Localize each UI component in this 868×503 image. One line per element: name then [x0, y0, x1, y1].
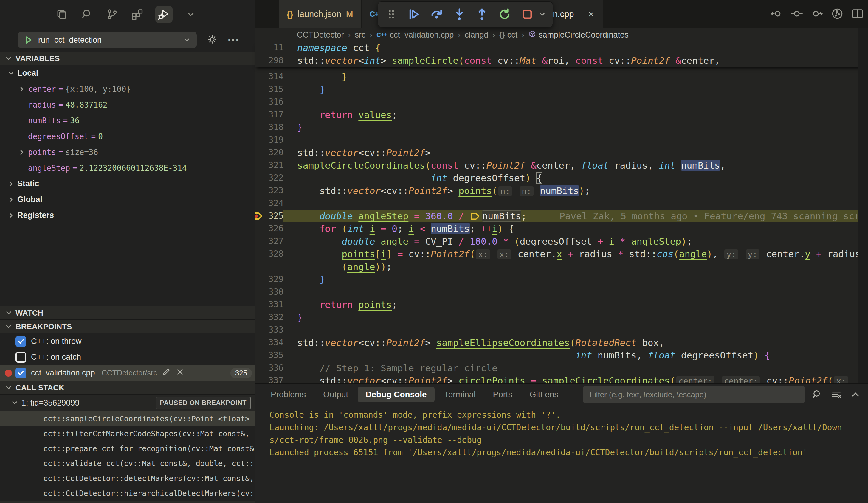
code-line[interactable]: 328 points[i] = cv::Point2f(x: x: center…: [255, 248, 868, 260]
code-line[interactable]: 334std::vector<cv::Point2f> sampleEllips…: [255, 336, 868, 349]
line-number[interactable]: 318: [255, 121, 283, 134]
call-stack-frame[interactable]: cct::filterCctMarkerCodeShapes(cv::Mat c…: [0, 426, 255, 441]
chevron-down-icon[interactable]: [538, 10, 546, 18]
source-control-icon[interactable]: [105, 8, 119, 21]
close-icon[interactable]: ×: [588, 8, 595, 20]
code-line[interactable]: 315 }: [255, 83, 868, 96]
code-line[interactable]: 332}: [255, 311, 868, 324]
code-line[interactable]: 322 int degreesOffset) {: [255, 172, 868, 185]
gear-icon[interactable]: [206, 33, 218, 46]
breakpoint-row[interactable]: cct_validation.cppCCTDetector/src325: [0, 365, 255, 381]
call-stack-header[interactable]: CALL STACK: [0, 381, 255, 395]
panel-tab-gitlens[interactable]: GitLens: [522, 387, 566, 402]
call-stack-frame[interactable]: cct::validate_cct(cv::Mat const&, double…: [0, 456, 255, 471]
code-line[interactable]: 326 for (int i = 0; i < numBits; ++i) {: [255, 222, 868, 235]
variables-group[interactable]: Global: [0, 192, 255, 207]
debug-console-output[interactable]: Console is in 'commands' mode, prefix ex…: [255, 405, 868, 459]
stop-button[interactable]: [520, 8, 534, 21]
code-line[interactable]: 331 return points;: [255, 298, 868, 311]
code-line[interactable]: 324: [255, 197, 868, 210]
edit-breakpoint-icon[interactable]: [162, 367, 171, 378]
code-line[interactable]: 298std::vector<int> sampleCircle(const c…: [255, 54, 868, 67]
line-number[interactable]: 324: [255, 197, 283, 210]
code-line[interactable]: 336 // Step 1: Sample regular circle: [255, 362, 868, 375]
search-icon[interactable]: [80, 8, 94, 21]
more-actions-button[interactable]: ···: [228, 34, 240, 46]
nav-forward-icon[interactable]: [811, 8, 823, 21]
code-line[interactable]: 317 return values;: [255, 108, 868, 121]
line-number[interactable]: 329: [255, 273, 283, 286]
line-number[interactable]: 298: [255, 54, 283, 67]
search-icon[interactable]: [811, 388, 824, 401]
variables-group[interactable]: Static: [0, 176, 255, 192]
line-number[interactable]: 325: [255, 210, 283, 223]
code-line[interactable]: 321sampleCircleCoordinates(const cv::Poi…: [255, 159, 868, 172]
remove-breakpoint-icon[interactable]: [176, 367, 185, 378]
code-line[interactable]: 314 }: [255, 70, 868, 83]
breadcrumb-item[interactable]: C++cct_validation.cpp: [376, 30, 454, 40]
code-line[interactable]: 319: [255, 134, 868, 147]
modules-header[interactable]: MODULES: [0, 501, 255, 503]
line-number[interactable]: 332: [255, 311, 283, 324]
step-into-button[interactable]: [453, 8, 466, 21]
breadcrumb-item[interactable]: sampleCircleCoordinates: [528, 30, 629, 40]
code-line[interactable]: 316: [255, 96, 868, 108]
breakpoints-header[interactable]: BREAKPOINTS: [0, 320, 255, 334]
line-number[interactable]: 321: [255, 159, 283, 172]
code-line[interactable]: 327 double angle = CV_PI / 180.0 * (degr…: [255, 235, 868, 248]
code-editor[interactable]: 314 }315 }316317 return values;318}31932…: [255, 67, 868, 386]
line-number[interactable]: 315: [255, 83, 283, 96]
watch-header[interactable]: WATCH: [0, 306, 255, 320]
code-line[interactable]: 325 double angleStep = 360.0 / numBits;P…: [255, 210, 868, 223]
code-line[interactable]: 11namespace cct {: [255, 41, 868, 54]
line-number[interactable]: 320: [255, 146, 283, 159]
code-line[interactable]: 335 int numBits, float degreesOffset) {: [255, 349, 868, 362]
console-filter-input[interactable]: [583, 386, 805, 403]
editor-scrollbar[interactable]: [858, 28, 868, 383]
panel-tab-problems[interactable]: Problems: [263, 387, 313, 402]
panel-tab-debug-console[interactable]: Debug Console: [358, 387, 434, 402]
call-stack-thread[interactable]: 1: tid=35629099 PAUSED ON BREAKPOINT: [0, 395, 255, 411]
code-line[interactable]: 318}: [255, 121, 868, 134]
debug-config-select[interactable]: run_cct_detection: [18, 32, 197, 48]
chevron-down-icon[interactable]: [184, 8, 198, 21]
variable-row[interactable]: center={x:100, y:100}: [0, 81, 255, 97]
code-line[interactable]: 329 }: [255, 273, 868, 286]
drag-handle[interactable]: [384, 8, 398, 21]
extensions-icon[interactable]: [130, 8, 144, 21]
line-number[interactable]: [255, 260, 283, 273]
code-line[interactable]: 333: [255, 324, 868, 336]
breakpoint-checkbox[interactable]: [16, 368, 26, 378]
line-number[interactable]: 327: [255, 235, 283, 248]
code-line[interactable]: 330: [255, 286, 868, 298]
line-number[interactable]: 331: [255, 298, 283, 311]
panel-tab-ports[interactable]: Ports: [485, 387, 520, 402]
line-number[interactable]: 336: [255, 362, 283, 375]
code-line[interactable]: (angle));: [255, 260, 868, 273]
line-number[interactable]: 323: [255, 185, 283, 197]
breadcrumb-item[interactable]: {}cct: [499, 30, 517, 40]
line-number[interactable]: 328: [255, 248, 283, 260]
chevron-up-icon[interactable]: [849, 388, 862, 401]
call-stack-frame[interactable]: cct::prepare_cct_for_recognition(cv::Mat…: [0, 441, 255, 456]
code-line[interactable]: 323 std::vector<cv::Point2f> points(n: n…: [255, 185, 868, 197]
variables-group[interactable]: Local: [0, 65, 255, 81]
line-number[interactable]: 322: [255, 172, 283, 185]
restart-button[interactable]: [498, 8, 512, 21]
line-number[interactable]: 317: [255, 108, 283, 121]
code-line[interactable]: 320std::vector<cv::Point2f>: [255, 146, 868, 159]
breadcrumb-item[interactable]: CCTDetector: [297, 30, 344, 40]
breakpoint-checkbox[interactable]: [16, 352, 26, 363]
variable-row[interactable]: radius=48.837162: [0, 97, 255, 113]
call-stack-frame[interactable]: cct::CctDetector::detectMarkers(cv::Mat …: [0, 471, 255, 486]
variable-row[interactable]: numBits=36: [0, 113, 255, 128]
nav-back-icon[interactable]: [770, 8, 783, 21]
call-stack-frame[interactable]: cct::sampleCircleCoordinates(cv::Point_<…: [0, 411, 255, 426]
variables-header[interactable]: VARIABLES: [0, 52, 255, 65]
tab-launch-json[interactable]: {} launch.json M: [279, 0, 361, 28]
breadcrumb-item[interactable]: src: [355, 30, 365, 40]
breakpoint-row[interactable]: C++: on catch: [0, 349, 255, 365]
files-icon[interactable]: [55, 8, 69, 21]
line-number[interactable]: 319: [255, 134, 283, 147]
breakpoint-row[interactable]: C++: on throw: [0, 334, 255, 349]
